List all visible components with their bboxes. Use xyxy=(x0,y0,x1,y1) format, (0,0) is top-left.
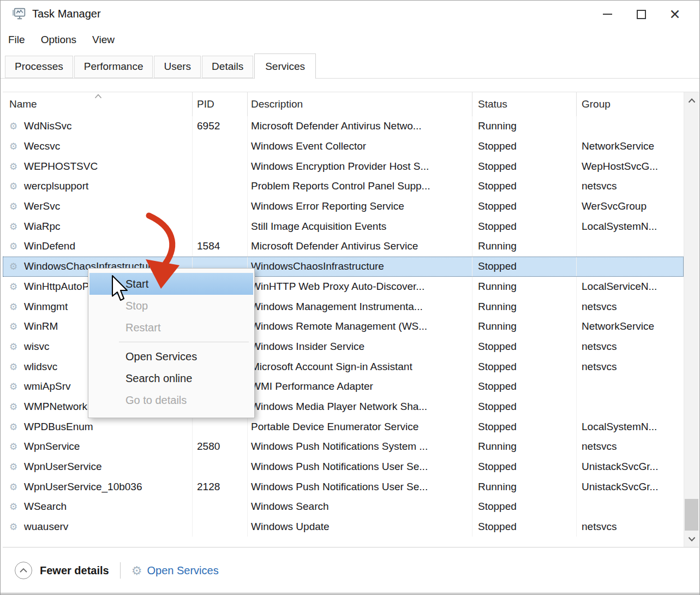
menubar-item-options[interactable]: Options xyxy=(41,34,76,46)
service-status: Running xyxy=(472,437,577,457)
service-status: Stopped xyxy=(472,356,577,377)
tab-details[interactable]: Details xyxy=(202,56,253,78)
service-gear-icon: ⚙ xyxy=(9,521,24,532)
close-icon: ✕ xyxy=(669,8,681,21)
menubar-item-view[interactable]: View xyxy=(92,34,115,46)
service-gear-icon: ⚙ xyxy=(9,161,24,172)
service-name: wlidsvc xyxy=(24,361,57,373)
service-name: WdNisSvc xyxy=(24,120,72,132)
column-header-pid[interactable]: PID xyxy=(193,92,248,116)
service-group: netsvcs xyxy=(577,356,684,377)
service-status: Running xyxy=(472,477,577,497)
chevron-up-icon xyxy=(688,98,696,103)
service-status: Stopped xyxy=(472,497,577,517)
table-row[interactable]: ⚙wercplsupport Problem Reports Control P… xyxy=(3,176,684,197)
service-group: LocalSystemN... xyxy=(577,416,684,437)
context-menu-item-search-online[interactable]: Search online xyxy=(88,367,254,389)
service-name: WerSvc xyxy=(24,200,60,212)
service-group: NetworkService xyxy=(577,136,684,157)
vertical-scrollbar[interactable] xyxy=(684,92,699,547)
service-group xyxy=(577,116,684,136)
close-button[interactable]: ✕ xyxy=(658,1,692,28)
service-pid xyxy=(193,156,248,176)
title-bar: Task Manager ✕ xyxy=(1,1,699,28)
tab-users[interactable]: Users xyxy=(154,56,201,78)
table-row[interactable]: ⚙WdNisSvc 6952 Microsoft Defender Antivi… xyxy=(3,116,684,136)
table-row[interactable]: ⚙WiaRpc Still Image Acquisition Events S… xyxy=(3,216,684,236)
sort-ascending-icon xyxy=(94,94,102,99)
table-row[interactable]: ⚙WpnService 2580 Windows Push Notificati… xyxy=(3,437,684,457)
service-gear-icon: ⚙ xyxy=(9,261,24,272)
service-gear-icon: ⚙ xyxy=(9,341,24,352)
table-row[interactable]: ⚙WSearch Windows Search Stopped xyxy=(3,497,684,517)
table-row[interactable]: ⚙WpnUserService_10b036 2128 Windows Push… xyxy=(3,477,684,497)
service-name: WinRM xyxy=(24,320,58,332)
footer-bar: Fewer details ⚙ Open Services xyxy=(1,548,699,593)
scroll-up-button[interactable] xyxy=(684,92,699,109)
service-status: Stopped xyxy=(472,416,577,437)
table-row[interactable]: ⚙Wecsvc Windows Event Collector Stopped … xyxy=(3,136,684,157)
service-name: WEPHOSTSVC xyxy=(24,160,98,172)
service-group: UnistackSvcGr... xyxy=(577,477,684,497)
tab-performance[interactable]: Performance xyxy=(74,56,153,78)
service-status: Running xyxy=(472,116,577,136)
context-menu-separator xyxy=(119,342,249,342)
fewer-details-label: Fewer details xyxy=(40,564,109,577)
context-menu-item-open-services[interactable]: Open Services xyxy=(88,346,254,367)
chevron-up-circle-icon xyxy=(15,562,32,579)
service-name: WinDefend xyxy=(24,240,75,252)
minimize-icon xyxy=(603,14,612,15)
service-pid xyxy=(193,497,248,517)
open-services-link[interactable]: Open Services xyxy=(147,564,218,577)
scroll-down-button[interactable] xyxy=(684,531,699,547)
annotation-arrow xyxy=(133,211,193,293)
service-gear-icon: ⚙ xyxy=(9,461,24,472)
service-description: Windows Event Collector xyxy=(248,136,472,157)
fewer-details-button[interactable]: Fewer details xyxy=(15,562,109,579)
service-name: Winmgmt xyxy=(24,301,68,313)
service-name: WPDBusEnum xyxy=(24,421,93,433)
service-group: NetworkService xyxy=(577,317,684,337)
service-description: Windows Search xyxy=(248,497,472,517)
menubar-item-file[interactable]: File xyxy=(8,34,25,46)
service-pid: 2580 xyxy=(193,437,248,457)
table-row[interactable]: ⚙WEPHOSTSVC Windows Encryption Provider … xyxy=(3,156,684,176)
table-row[interactable]: ⚙WinDefend 1584 Microsoft Defender Antiv… xyxy=(3,236,684,257)
service-name: wercplsupport xyxy=(24,180,88,192)
service-group: netsvcs xyxy=(577,176,684,197)
column-header-status[interactable]: Status xyxy=(472,92,577,116)
service-pid xyxy=(193,176,248,197)
menu-bar: FileOptionsView xyxy=(1,28,699,52)
service-status: Running xyxy=(472,236,577,257)
scrollbar-thumb[interactable] xyxy=(685,499,698,533)
mouse-cursor xyxy=(111,275,130,303)
service-description: WindowsChaosInfrastructure xyxy=(248,257,472,277)
table-row[interactable]: ⚙WPDBusEnum Portable Device Enumerator S… xyxy=(3,416,684,437)
tab-services[interactable]: Services xyxy=(254,53,316,79)
table-row[interactable]: ⚙WerSvc Windows Error Reporting Service … xyxy=(3,197,684,217)
service-description: Portable Device Enumerator Service xyxy=(248,416,472,437)
service-gear-icon: ⚙ xyxy=(9,401,24,412)
tab-processes[interactable]: Processes xyxy=(5,56,73,78)
table-row[interactable]: ⚙WpnUserService Windows Push Notificatio… xyxy=(3,457,684,477)
service-group: netsvcs xyxy=(577,517,684,537)
service-status: Stopped xyxy=(472,517,577,537)
table-header-row: Name PID Description Status Group xyxy=(3,92,684,116)
service-gear-icon: ⚙ xyxy=(9,381,24,392)
service-group xyxy=(577,497,684,517)
service-status: Stopped xyxy=(472,377,577,397)
service-description: WMI Performance Adapter xyxy=(248,377,472,397)
service-status: Stopped xyxy=(472,397,577,417)
table-row[interactable]: ⚙wuauserv Windows Update Stopped netsvcs xyxy=(3,517,684,537)
maximize-button[interactable] xyxy=(624,1,658,28)
minimize-button[interactable] xyxy=(590,1,624,28)
service-description: Windows Push Notifications User Se... xyxy=(248,457,472,477)
footer-divider xyxy=(120,562,121,579)
service-gear-icon: ⚙ xyxy=(9,141,24,152)
service-status: Running xyxy=(472,277,577,297)
service-pid xyxy=(193,216,248,236)
context-menu-item-go-to-details: Go to details xyxy=(88,389,254,411)
service-group: netsvcs xyxy=(577,337,684,357)
column-header-description[interactable]: Description xyxy=(248,92,472,116)
column-header-group[interactable]: Group xyxy=(577,92,684,116)
